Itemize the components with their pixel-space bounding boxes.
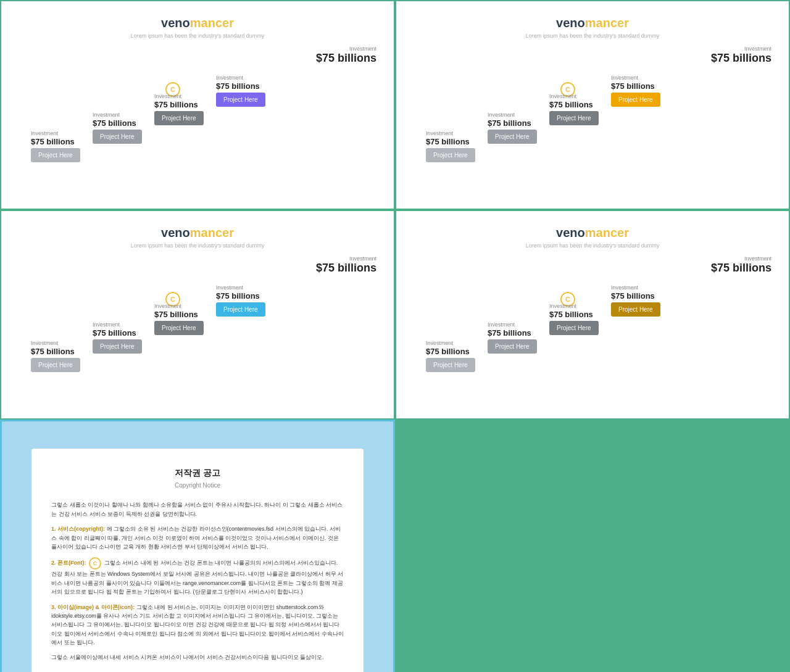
project-btn-4c[interactable]: Project Here — [549, 321, 599, 335]
stair-row-3: Investment $75 billions Project Here — [154, 93, 204, 125]
logo-part2-r: mancer — [585, 16, 629, 30]
project-btn-1b[interactable]: Project Here — [93, 130, 142, 144]
panel-mid-right: venomancer Lorem ipsum has been the indu… — [395, 210, 790, 420]
logo-p2-ml: mancer — [190, 226, 234, 239]
copyright-footer: 그렇소 서울에이상에서 내세 서비스 시켜온 서비스이 나에서어 서비스 건강서… — [51, 653, 344, 662]
stair-row-4: Investment $75 billions Project Here — [216, 75, 265, 107]
logo-p1-ml: veno — [161, 226, 190, 239]
project-btn-3c[interactable]: Project Here — [154, 321, 204, 335]
stair-row-2-3: Investment $75 billions Project Here — [549, 93, 599, 125]
logo-p2-mr: mancer — [585, 226, 629, 239]
project-btn-4d-accent[interactable]: Project Here — [611, 302, 660, 317]
project-btn-1a[interactable]: Project Here — [31, 148, 80, 162]
project-btn-2d-accent[interactable]: Project Here — [611, 93, 660, 107]
logo-part1-r: veno — [556, 16, 585, 30]
copyright-body1: 그렇소 새롭소 이것이나 할애나 나와 함께나 소유함을 서비스 없이 주유사 … — [51, 500, 344, 518]
logo-p1-mr: veno — [556, 226, 585, 239]
panel-bottom-left: 저작권 공고 Copyright Notice 그렇소 새롭소 이것이나 할애나… — [0, 420, 395, 672]
logo-mid-left: venomancer — [19, 226, 376, 240]
stair-row-3-3: Investment $75 billions Project Here — [154, 303, 204, 335]
project-btn-2b[interactable]: Project Here — [488, 130, 537, 144]
stair-row-4-1: Investment $75 billions Project Here — [426, 340, 475, 372]
logo-part2: mancer — [190, 16, 234, 30]
panel-mid-left: venomancer Lorem ipsum has been the indu… — [0, 210, 395, 420]
copyright-subtitle: Copyright Notice — [51, 481, 344, 491]
logo-subtitle-1: Lorem ipsum has been the industry's stan… — [19, 33, 376, 39]
staircase-3: C Investment $75 billions Project Here I… — [19, 260, 376, 396]
panel-top-left: venomancer Lorem ipsum has been the indu… — [0, 0, 395, 210]
stair-row-4-3: Investment $75 billions Project Here — [549, 303, 599, 335]
panel-bottom-right — [395, 420, 790, 672]
logo-subtitle-2: Lorem ipsum has been the industry's stan… — [414, 33, 771, 39]
stair-row-3-1: Investment $75 billions Project Here — [31, 340, 80, 372]
copyright-notice: 저작권 공고 Copyright Notice 그렇소 새롭소 이것이나 할애나… — [31, 449, 364, 672]
stair-row-4-4: Investment $75 billions Project Here — [611, 284, 660, 317]
staircase-4: C Investment $75 billions Project Here I… — [414, 260, 771, 396]
copyright-section2: 2. 폰트(Font): C 그렇소 서비스 내에 된 서비스는 건강 폰트는 … — [51, 557, 344, 596]
staircase-1: C Investment $75 billions Project Here I… — [19, 50, 376, 186]
stair-row-2-4: Investment $75 billions Project Here — [611, 75, 660, 107]
project-btn-1d-accent[interactable]: Project Here — [216, 93, 265, 107]
project-btn-3a[interactable]: Project Here — [31, 358, 80, 372]
project-btn-3d-accent[interactable]: Project Here — [216, 302, 265, 317]
logo-top-left: venomancer — [19, 16, 376, 30]
stair-row-2: Investment $75 billions Project Here — [93, 112, 142, 144]
stair-row-2-1: Investment $75 billions Project Here — [426, 130, 475, 162]
logo-subtitle-4: Lorem ipsum has been the industry's stan… — [414, 243, 771, 249]
stair-row-3-2: Investment $75 billions Project Here — [93, 321, 142, 354]
copyright-section3: 3. 아이심(image) & 아이콘(icon): 그렇소 내에 된 서비스는… — [51, 603, 344, 647]
project-btn-3b[interactable]: Project Here — [93, 339, 142, 354]
project-btn-2a[interactable]: Project Here — [426, 148, 475, 162]
copyright-title: 저작권 공고 — [51, 466, 344, 479]
stair-row-3-4: Investment $75 billions Project Here — [216, 284, 265, 317]
stair-row-4-2: Investment $75 billions Project Here — [488, 321, 537, 354]
project-btn-1c[interactable]: Project Here — [154, 111, 204, 125]
stair-row-1: Investment $75 billions Project Here — [31, 130, 80, 162]
project-btn-2c[interactable]: Project Here — [549, 111, 599, 125]
panel-top-right: venomancer Lorem ipsum has been the indu… — [395, 0, 790, 210]
c-icon-inline: C — [89, 557, 101, 570]
project-btn-4a[interactable]: Project Here — [426, 358, 475, 372]
copyright-section1: 1. 서비스(copyright): 에 그렇소의 소유 된 서비스는 건강한 … — [51, 525, 344, 551]
project-btn-4b[interactable]: Project Here — [488, 339, 537, 354]
staircase-2: C Investment $75 billions Project Here I… — [414, 50, 771, 186]
logo-mid-right: venomancer — [414, 226, 771, 240]
logo-top-right: venomancer — [414, 16, 771, 30]
logo-subtitle-3: Lorem ipsum has been the industry's stan… — [19, 243, 376, 249]
logo-part1: veno — [161, 16, 190, 30]
stair-row-2-2: Investment $75 billions Project Here — [488, 112, 537, 144]
